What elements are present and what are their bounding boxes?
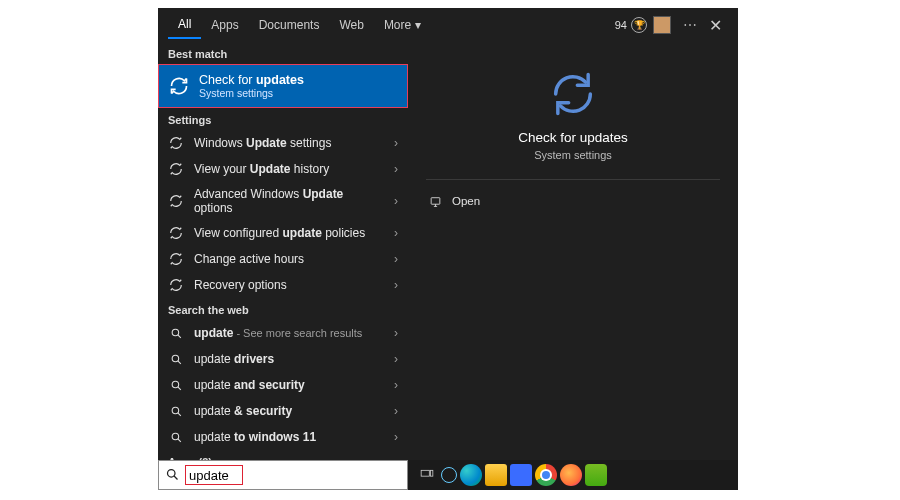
chevron-right-icon: › xyxy=(394,352,398,366)
result-label: update - See more search results xyxy=(194,326,362,340)
result-label: View your Update history xyxy=(194,162,329,176)
section-search-web: Search the web xyxy=(158,298,408,320)
section-apps: Apps (3) xyxy=(158,450,408,460)
svg-point-8 xyxy=(172,433,179,440)
sync-icon xyxy=(168,225,184,241)
open-icon xyxy=(428,194,442,208)
svg-rect-10 xyxy=(431,197,440,204)
settings-result[interactable]: Windows Update settings › xyxy=(158,130,408,156)
svg-line-5 xyxy=(177,386,180,389)
section-settings: Settings xyxy=(158,108,408,130)
result-label: update to windows 11 xyxy=(194,430,316,444)
svg-point-11 xyxy=(168,470,176,478)
best-match-title: Check for updates xyxy=(199,73,304,87)
result-label: update and security xyxy=(194,378,305,392)
web-result[interactable]: update and security › xyxy=(158,372,408,398)
web-result[interactable]: update & security › xyxy=(158,398,408,424)
svg-point-0 xyxy=(172,329,179,336)
settings-result[interactable]: Change active hours › xyxy=(158,246,408,272)
result-label: Change active hours xyxy=(194,252,304,266)
search-icon xyxy=(168,429,184,445)
preview-subtitle: System settings xyxy=(534,149,612,161)
search-icon xyxy=(168,325,184,341)
best-match-result[interactable]: Check for updates System settings xyxy=(158,64,408,108)
chevron-right-icon: › xyxy=(394,194,398,208)
preview-title: Check for updates xyxy=(518,130,628,145)
preview-pane: Check for updates System settings Open xyxy=(408,42,738,460)
chevron-right-icon: › xyxy=(394,226,398,240)
chrome-icon[interactable] xyxy=(535,464,557,486)
result-label: Recovery options xyxy=(194,278,287,292)
svg-line-9 xyxy=(177,438,180,441)
svg-line-1 xyxy=(177,334,180,337)
rewards-count: 94 xyxy=(615,19,627,31)
svg-point-2 xyxy=(172,355,179,362)
svg-rect-13 xyxy=(421,470,429,476)
app-icon[interactable] xyxy=(510,464,532,486)
sync-icon xyxy=(168,135,184,151)
settings-result[interactable]: View configured update policies › xyxy=(158,220,408,246)
search-icon xyxy=(168,403,184,419)
sync-icon xyxy=(168,193,184,209)
user-avatar[interactable] xyxy=(653,16,671,34)
search-icon xyxy=(168,377,184,393)
sync-icon xyxy=(168,251,184,267)
settings-result[interactable]: Recovery options › xyxy=(158,272,408,298)
more-options-button[interactable]: ⋯ xyxy=(677,17,703,33)
svg-line-3 xyxy=(177,360,180,363)
search-tabs: All Apps Documents Web More ▾ 94 🏆 ⋯ ✕ xyxy=(158,8,738,42)
cortana-icon[interactable] xyxy=(441,467,457,483)
file-explorer-icon[interactable] xyxy=(485,464,507,486)
section-best-match: Best match xyxy=(158,42,408,64)
chevron-right-icon: › xyxy=(394,136,398,150)
sync-icon xyxy=(168,277,184,293)
result-label: update drivers xyxy=(194,352,274,366)
open-label: Open xyxy=(452,195,480,207)
windows-search-panel: All Apps Documents Web More ▾ 94 🏆 ⋯ ✕ B… xyxy=(158,8,738,460)
best-match-subtitle: System settings xyxy=(199,87,304,99)
result-label: update & security xyxy=(194,404,292,418)
trophy-icon: 🏆 xyxy=(631,17,647,33)
search-icon xyxy=(168,351,184,367)
firefox-icon[interactable] xyxy=(560,464,582,486)
sync-icon xyxy=(168,161,184,177)
edge-icon[interactable] xyxy=(460,464,482,486)
search-bar[interactable] xyxy=(158,460,408,490)
open-action[interactable]: Open xyxy=(426,190,482,212)
rewards-indicator[interactable]: 94 🏆 xyxy=(615,17,647,33)
settings-result[interactable]: View your Update history › xyxy=(158,156,408,182)
svg-line-7 xyxy=(177,412,180,415)
result-label: Advanced Windows Update options xyxy=(194,187,384,215)
chevron-down-icon: ▾ xyxy=(415,18,421,32)
chevron-right-icon: › xyxy=(394,378,398,392)
sync-icon xyxy=(169,76,189,96)
svg-point-6 xyxy=(172,407,179,414)
result-label: View configured update policies xyxy=(194,226,365,240)
app-icon[interactable] xyxy=(585,464,607,486)
web-result[interactable]: update - See more search results › xyxy=(158,320,408,346)
chevron-right-icon: › xyxy=(394,326,398,340)
tab-more[interactable]: More ▾ xyxy=(374,12,431,38)
tab-documents[interactable]: Documents xyxy=(249,12,330,38)
results-column: Best match Check for updates System sett… xyxy=(158,42,408,460)
divider xyxy=(426,179,720,180)
close-button[interactable]: ✕ xyxy=(703,16,728,35)
settings-result[interactable]: Advanced Windows Update options › xyxy=(158,182,408,220)
chevron-right-icon: › xyxy=(394,162,398,176)
web-result[interactable]: update to windows 11 › xyxy=(158,424,408,450)
chevron-right-icon: › xyxy=(394,252,398,266)
svg-rect-14 xyxy=(431,470,433,476)
search-input[interactable] xyxy=(185,465,243,485)
result-label: Windows Update settings xyxy=(194,136,331,150)
taskbar xyxy=(408,460,738,490)
chevron-right-icon: › xyxy=(394,430,398,444)
task-view-button[interactable] xyxy=(416,464,438,486)
svg-point-4 xyxy=(172,381,179,388)
web-result[interactable]: update drivers › xyxy=(158,346,408,372)
tab-web[interactable]: Web xyxy=(329,12,373,38)
tab-apps[interactable]: Apps xyxy=(201,12,248,38)
tab-all[interactable]: All xyxy=(168,11,201,39)
sync-icon-large xyxy=(547,68,599,120)
search-icon xyxy=(165,467,181,483)
chevron-right-icon: › xyxy=(394,404,398,418)
